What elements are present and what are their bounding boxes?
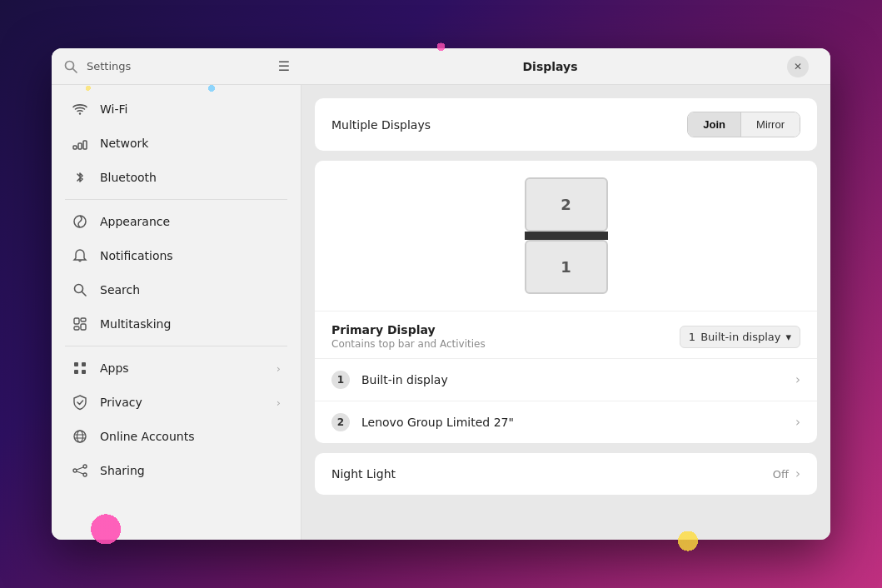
wifi-icon (72, 101, 88, 117)
sidebar-item-online-accounts[interactable]: Online Accounts (58, 420, 294, 453)
display-box-2[interactable]: 2 (525, 177, 608, 232)
primary-display-info: Primary Display Contains top bar and Act… (331, 323, 486, 350)
multiple-displays-card: Multiple Displays Join Mirror (315, 98, 817, 151)
svg-rect-3 (73, 146, 77, 149)
multiple-displays-label: Multiple Displays (331, 118, 431, 132)
titlebar: Settings ☰ Displays ✕ (52, 48, 830, 85)
menu-icon[interactable]: ☰ (278, 58, 290, 74)
svg-point-17 (74, 431, 86, 442)
primary-display-title: Primary Display (331, 323, 486, 336)
primary-display-row: Primary Display Contains top bar and Act… (315, 311, 817, 358)
svg-rect-13 (74, 362, 78, 366)
display-visual: 2 1 (525, 177, 608, 294)
display-name-1: Built-in display (361, 373, 795, 386)
primary-select-num: 1 (689, 331, 695, 343)
sidebar-item-label-wifi: Wi-Fi (100, 102, 281, 116)
multitasking-icon (72, 316, 88, 332)
sidebar-item-label-notifications: Notifications (100, 249, 281, 262)
night-light-arrow: › (795, 466, 800, 481)
svg-rect-4 (78, 143, 82, 149)
titlebar-left: Settings ☰ (52, 58, 301, 74)
svg-rect-15 (74, 370, 78, 374)
join-button[interactable]: Join (688, 112, 741, 137)
sidebar-item-arrow-apps: › (277, 362, 281, 375)
primary-select-label: Built-in display (700, 331, 780, 343)
display-mode-btn-group: Join Mirror (687, 112, 800, 137)
notifications-icon (72, 247, 88, 264)
close-button[interactable]: ✕ (787, 56, 809, 77)
sidebar-item-sharing[interactable]: Sharing (58, 454, 294, 487)
online-accounts-icon (72, 428, 88, 445)
sidebar-divider-2 (65, 346, 287, 346)
display-1-number: 1 (561, 258, 571, 276)
svg-rect-10 (81, 318, 86, 321)
mirror-button[interactable]: Mirror (741, 112, 800, 137)
display-list-arrow-1: › (795, 372, 800, 387)
display-name-2: Lenovo Group Limited 27" (361, 416, 795, 429)
svg-rect-11 (81, 324, 86, 330)
svg-rect-9 (74, 318, 79, 324)
display-list-arrow-2: › (795, 415, 800, 430)
display-badge-1: 1 (331, 371, 350, 389)
settings-label: Settings (87, 60, 131, 72)
sidebar-item-search[interactable]: Search (58, 273, 294, 306)
svg-line-8 (82, 292, 87, 296)
svg-line-1 (73, 68, 77, 72)
sidebar-item-label-multitasking: Multitasking (100, 317, 281, 331)
svg-line-25 (77, 471, 83, 474)
sidebar-item-bluetooth[interactable]: Bluetooth (58, 161, 294, 194)
sidebar-item-multitasking[interactable]: Multitasking (58, 307, 294, 341)
sidebar-item-apps[interactable]: Apps › (58, 351, 294, 385)
bluetooth-icon (72, 169, 88, 186)
sidebar-item-label-appearance: Appearance (100, 215, 281, 228)
titlebar-right: Displays ✕ (301, 56, 830, 77)
window-title: Displays (313, 60, 787, 73)
sidebar-item-notifications[interactable]: Notifications (58, 239, 294, 272)
main-content: Multiple Displays Join Mirror 2 (301, 85, 830, 540)
sidebar-item-label-sharing: Sharing (100, 464, 281, 477)
settings-window: Settings ☰ Displays ✕ Wi- (52, 48, 830, 540)
sidebar-item-privacy[interactable]: Privacy › (58, 386, 294, 419)
display-badge-2: 2 (331, 413, 350, 431)
sidebar-item-network[interactable]: Network (58, 127, 294, 160)
sidebar-item-label-privacy: Privacy (100, 396, 265, 409)
night-light-card: Night Light Off › (315, 453, 817, 495)
primary-select-chevron: ▾ (785, 331, 791, 343)
svg-point-18 (77, 431, 83, 442)
svg-point-22 (83, 465, 87, 468)
display-list-item-2[interactable]: 2 Lenovo Group Limited 27" › (315, 401, 817, 443)
svg-point-2 (79, 112, 81, 114)
night-light-label: Night Light (331, 467, 773, 481)
sharing-icon (72, 462, 88, 479)
multiple-displays-row: Multiple Displays Join Mirror (315, 98, 817, 151)
night-light-status: Off (773, 468, 789, 481)
display-badge-num-2: 2 (337, 416, 344, 428)
primary-display-select[interactable]: 1 Built-in display ▾ (680, 326, 800, 348)
display-config-card: 2 1 Primary Display Contains top bar and… (315, 161, 817, 443)
sidebar-item-label-network: Network (100, 137, 281, 150)
display-diagram: 2 1 (315, 161, 817, 311)
svg-point-23 (83, 473, 87, 476)
sidebar-item-wifi[interactable]: Wi-Fi (58, 92, 294, 126)
privacy-icon (72, 394, 88, 411)
primary-display-subtitle: Contains top bar and Activities (331, 338, 486, 350)
search-sidebar-icon (72, 282, 88, 298)
display-list-item-1[interactable]: 1 Built-in display › (315, 358, 817, 401)
night-light-row[interactable]: Night Light Off › (315, 453, 817, 495)
display-badge-num-1: 1 (337, 374, 344, 386)
sidebar-item-label-bluetooth: Bluetooth (100, 171, 281, 184)
sidebar-item-arrow-privacy: › (277, 396, 281, 409)
apps-icon (72, 360, 88, 376)
svg-point-21 (73, 469, 77, 472)
display-box-1[interactable]: 1 (525, 240, 608, 294)
sidebar-item-label-search: Search (100, 283, 281, 296)
body: Wi-Fi Network (52, 85, 830, 540)
svg-line-24 (77, 467, 83, 470)
svg-rect-5 (83, 141, 87, 149)
sidebar: Wi-Fi Network (52, 85, 301, 540)
search-icon[interactable] (63, 59, 78, 74)
svg-rect-12 (74, 326, 79, 330)
display-2-number: 2 (561, 196, 571, 213)
sidebar-item-label-online-accounts: Online Accounts (100, 430, 281, 443)
sidebar-item-appearance[interactable]: Appearance (58, 205, 294, 238)
